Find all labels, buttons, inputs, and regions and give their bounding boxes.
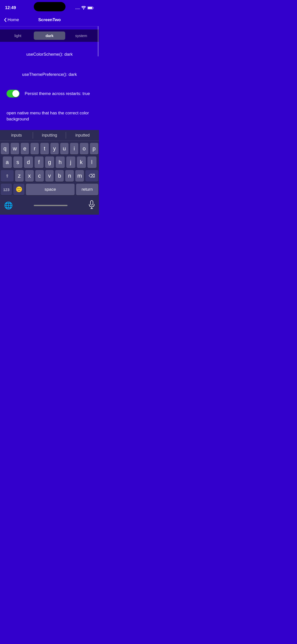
nav-bar: Home ScreenTwo [0, 14, 99, 26]
key-row-bottom: 123 🙂 space return [1, 184, 98, 195]
theme-segment-control[interactable]: light dark system [0, 29, 99, 42]
key-emoji[interactable]: 🙂 [13, 184, 24, 195]
key-s[interactable]: s [13, 156, 22, 168]
key-h[interactable]: h [56, 156, 65, 168]
globe-icon[interactable]: 🌐 [4, 201, 13, 210]
native-menu-text[interactable]: open native menu that has the correct co… [4, 103, 95, 127]
key-delete[interactable]: ⌫ [85, 170, 98, 182]
key-g[interactable]: g [45, 156, 54, 168]
segment-light[interactable]: light [2, 31, 34, 40]
key-return[interactable]: return [76, 184, 98, 195]
toggle-knob [12, 90, 19, 97]
back-button[interactable]: Home [4, 17, 19, 22]
key-d[interactable]: d [24, 156, 33, 168]
autocomplete-inputted[interactable]: inputted [66, 130, 99, 141]
key-z[interactable]: z [15, 170, 24, 182]
key-j[interactable]: j [66, 156, 75, 168]
nav-separator [0, 26, 99, 26]
theme-preference-text: useThemePreference(): dark [4, 62, 95, 82]
autocomplete-inputs[interactable]: inputs [0, 130, 33, 141]
keyboard[interactable]: inputs inputting inputted q w e r t y u … [0, 130, 99, 215]
key-v[interactable]: v [45, 170, 54, 182]
mic-icon[interactable] [88, 200, 95, 211]
key-y[interactable]: y [50, 143, 59, 154]
key-r[interactable]: r [30, 143, 39, 154]
key-m[interactable]: m [75, 170, 84, 182]
svg-point-1 [77, 8, 78, 9]
svg-point-0 [75, 8, 76, 9]
back-chevron-icon [4, 18, 7, 22]
key-row-2: a s d f g h j k l [1, 156, 98, 168]
dynamic-island [34, 2, 65, 11]
battery-icon [87, 6, 94, 10]
key-shift[interactable]: ⇧ [1, 170, 14, 182]
main-content: useColorScheme(): dark useThemePreferenc… [0, 42, 99, 127]
segment-system[interactable]: system [65, 31, 97, 40]
persist-theme-toggle[interactable] [7, 90, 20, 98]
key-space[interactable]: space [26, 184, 75, 195]
key-row-1: q w e r t y u i o p [1, 143, 98, 154]
key-c[interactable]: c [35, 170, 44, 182]
key-numbers[interactable]: 123 [1, 184, 12, 195]
autocomplete-inputting[interactable]: inputting [33, 130, 66, 141]
key-b[interactable]: b [55, 170, 64, 182]
scroll-indicator [98, 26, 98, 56]
persist-theme-label: Persist theme across restarts: true [25, 91, 90, 96]
key-f[interactable]: f [35, 156, 44, 168]
key-o[interactable]: o [80, 143, 88, 154]
status-icons [75, 6, 94, 10]
svg-point-2 [78, 8, 79, 9]
microphone-icon [88, 200, 95, 209]
status-bar: 12:49 [0, 0, 99, 14]
key-w[interactable]: w [11, 143, 19, 154]
key-e[interactable]: e [21, 143, 29, 154]
back-label: Home [8, 17, 19, 22]
key-a[interactable]: a [3, 156, 12, 168]
segment-control-inner: light dark system [2, 31, 97, 40]
autocomplete-bar: inputs inputting inputted [0, 130, 99, 141]
key-p[interactable]: p [90, 143, 98, 154]
screen-title: ScreenTwo [38, 17, 61, 22]
home-indicator [34, 205, 68, 206]
key-q[interactable]: q [1, 143, 9, 154]
persist-theme-row: Persist theme across restarts: true [4, 82, 95, 103]
key-t[interactable]: t [40, 143, 49, 154]
key-l[interactable]: l [87, 156, 96, 168]
keyboard-toolbar: 🌐 [0, 198, 99, 215]
key-u[interactable]: u [60, 143, 69, 154]
color-scheme-text: useColorScheme(): dark [4, 42, 95, 62]
status-time: 12:49 [5, 5, 16, 10]
key-row-3: ⇧ z x c v b n m ⌫ [1, 170, 98, 182]
key-k[interactable]: k [77, 156, 86, 168]
keyboard-rows: q w e r t y u i o p a s d f g h j k l ⇧ … [0, 141, 99, 198]
key-x[interactable]: x [25, 170, 34, 182]
key-i[interactable]: i [70, 143, 78, 154]
svg-rect-6 [90, 201, 93, 205]
svg-rect-5 [88, 7, 92, 9]
key-n[interactable]: n [65, 170, 74, 182]
signal-icon [75, 6, 80, 9]
segment-dark[interactable]: dark [34, 31, 65, 40]
wifi-icon [81, 6, 86, 10]
svg-point-3 [79, 8, 80, 9]
